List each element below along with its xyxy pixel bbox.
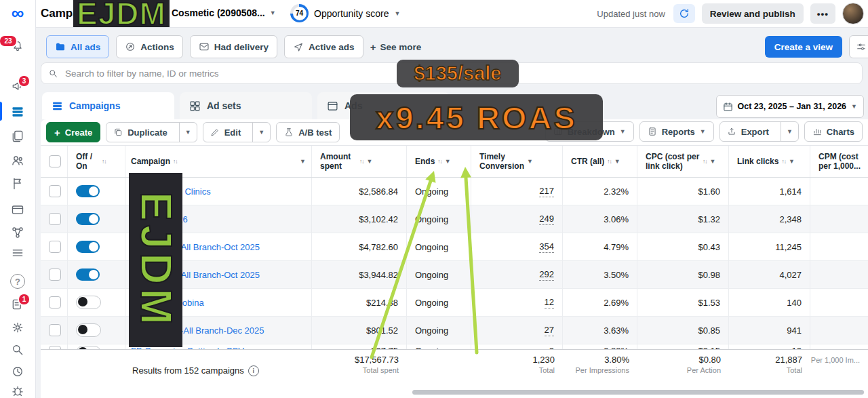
- sidebar-item-campaigns[interactable]: [0, 103, 35, 121]
- sidebar-item-audiences-icon[interactable]: [0, 152, 35, 170]
- sort-icon: ↑↓: [359, 158, 364, 165]
- sort-icon: ↑↓: [703, 158, 707, 165]
- column-menu-icon: ▼: [710, 158, 716, 165]
- see-more-button[interactable]: + See more: [370, 41, 422, 53]
- campaign-toggle[interactable]: [76, 296, 101, 309]
- column-conversion[interactable]: Timely Conversion▼: [471, 146, 563, 177]
- column-cpm[interactable]: CPM (cost per 1,000...: [810, 146, 868, 177]
- campaign-toggle[interactable]: [76, 268, 100, 281]
- export-dropdown[interactable]: ▼: [781, 122, 798, 141]
- tab-ad-sets[interactable]: Ad sets: [180, 92, 312, 119]
- charts-button[interactable]: Charts: [804, 121, 863, 142]
- flask-icon: [284, 127, 294, 137]
- filter-all-ads[interactable]: All ads: [46, 35, 109, 58]
- refresh-button[interactable]: [673, 4, 695, 23]
- sidebar-item-pages-icon[interactable]: [0, 127, 35, 145]
- horizontal-scrollbar[interactable]: [412, 390, 864, 395]
- amount-spent-cell: $3,944.82: [312, 261, 407, 288]
- review-publish-button[interactable]: Review and publish: [702, 3, 804, 24]
- campaign-toggle[interactable]: [76, 213, 100, 225]
- link-clicks-cell: 1,614: [729, 178, 810, 205]
- filter-active-ads[interactable]: Active ads: [284, 35, 363, 58]
- campaign-toggle[interactable]: [76, 185, 100, 197]
- ends-cell: Ongoing: [407, 178, 471, 205]
- ends-cell: Ongoing: [407, 233, 471, 260]
- tab-campaigns[interactable]: Campaigns: [42, 92, 174, 119]
- cpm-footer: Per 1,000 Im...: [810, 350, 868, 385]
- amount-spent-cell: $214.38: [312, 289, 407, 316]
- info-icon[interactable]: i: [248, 365, 259, 376]
- row-checkbox[interactable]: [49, 185, 61, 197]
- edit-dropdown[interactable]: ▼: [252, 123, 270, 142]
- report-icon: [648, 127, 657, 136]
- column-ends[interactable]: Ends↑↓▼: [407, 146, 471, 177]
- view-settings-icon[interactable]: [849, 35, 868, 58]
- conversion-cell: 292: [471, 261, 563, 288]
- filter-had-delivery[interactable]: Had delivery: [190, 35, 277, 58]
- row-checkbox[interactable]: [49, 241, 61, 253]
- bug-report-icon[interactable]: [0, 382, 35, 398]
- column-link-clicks[interactable]: Link clicks↑↓▼: [729, 146, 810, 177]
- total-spent: $17,567.73Total spent: [312, 350, 407, 385]
- campaign-toggle[interactable]: [76, 323, 101, 337]
- sidebar-item-updates-icon[interactable]: 1: [0, 296, 35, 313]
- total-conversions: 1,230Total: [471, 350, 563, 385]
- sort-icon: ↑↓: [781, 158, 786, 165]
- cpm-cell: [810, 233, 868, 260]
- cpm-cell: [810, 261, 868, 288]
- column-ctr[interactable]: CTR (all)↑↓▼: [563, 146, 637, 177]
- settings-gear-icon[interactable]: [0, 319, 35, 336]
- ctr-cell: 2.32%: [563, 178, 637, 205]
- create-button[interactable]: + Create: [46, 122, 100, 142]
- more-options-button[interactable]: •••: [810, 3, 835, 24]
- folder-icon: [55, 41, 66, 52]
- row-checkbox[interactable]: [49, 268, 61, 281]
- duplicate-dropdown[interactable]: ▼: [179, 123, 197, 142]
- cpc-cell: $1.32: [637, 205, 729, 233]
- reports-button[interactable]: Reports▼: [639, 121, 714, 142]
- column-cpc[interactable]: CPC (cost per link click)↑↓▼: [637, 146, 729, 177]
- column-menu-icon: ▼: [300, 158, 306, 165]
- column-menu-icon: ▼: [527, 158, 533, 165]
- create-view-button[interactable]: Create a view: [765, 36, 842, 58]
- conversion-cell: 217: [471, 178, 563, 205]
- date-range-picker[interactable]: Oct 23, 2025 – Jan 31, 2026 ▼: [716, 95, 864, 118]
- promotions-icon[interactable]: 3: [0, 77, 35, 95]
- sort-icon: ↑↓: [173, 158, 178, 165]
- row-checkbox[interactable]: [49, 296, 61, 309]
- ctr-cell: 3.06%: [563, 205, 637, 233]
- amount-spent-cell: $4,782.60: [312, 233, 407, 260]
- filter-actions[interactable]: Actions: [116, 35, 183, 58]
- watermark-ejdm-top: EJDM: [73, 0, 170, 27]
- opportunity-score-dropdown[interactable]: 74 Opportunity score ▼: [290, 4, 400, 22]
- sort-icon: ↑↓: [607, 158, 612, 165]
- export-button[interactable]: Export ▼: [719, 121, 799, 142]
- conversion-cell: 249: [471, 205, 563, 233]
- help-icon[interactable]: ?: [0, 273, 35, 290]
- sort-icon: ↑↓: [102, 158, 106, 165]
- select-all-checkbox[interactable]: [49, 155, 61, 167]
- sidebar-item-billing-icon[interactable]: [0, 201, 35, 218]
- notifications-bell-icon[interactable]: 23: [0, 37, 35, 54]
- column-amount-spent[interactable]: Amount spent↑↓▼: [312, 146, 407, 177]
- ends-cell: Ongoing: [407, 261, 471, 288]
- updates-badge: 1: [18, 293, 31, 306]
- ab-test-button[interactable]: A/B test: [276, 122, 340, 142]
- conversion-cell: 354: [471, 233, 563, 260]
- history-icon[interactable]: [0, 363, 35, 380]
- avatar[interactable]: [842, 3, 864, 24]
- campaign-toggle[interactable]: [76, 241, 100, 253]
- cpm-cell: [810, 344, 868, 346]
- cpm-cell: [810, 317, 868, 344]
- duplicate-button[interactable]: Duplicate ▼: [106, 122, 197, 142]
- row-checkbox[interactable]: [49, 213, 61, 225]
- column-off-on[interactable]: Off / On↑↓: [68, 146, 125, 177]
- account-dropdown[interactable]: Cosmetic (2090508...▼: [172, 7, 276, 18]
- edit-button[interactable]: Edit ▼: [203, 122, 271, 142]
- sidebar-item-events-icon[interactable]: [0, 224, 35, 241]
- row-checkbox[interactable]: [49, 324, 61, 336]
- search-icon[interactable]: [0, 341, 35, 359]
- sidebar-item-ads-flag-icon[interactable]: [0, 175, 35, 193]
- sidebar-item-more-menu-icon[interactable]: [0, 244, 35, 262]
- meta-logo-icon[interactable]: ∞: [0, 4, 35, 22]
